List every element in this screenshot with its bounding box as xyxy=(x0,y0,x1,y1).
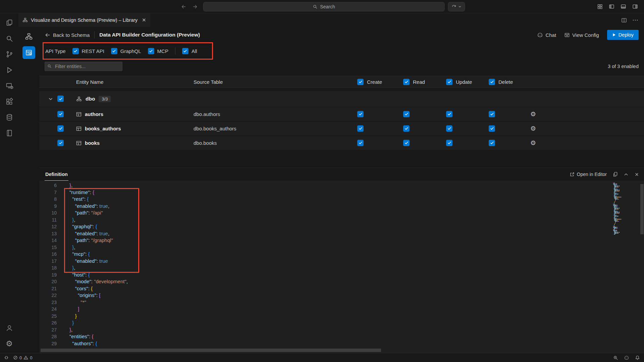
line-number: 28 xyxy=(39,333,57,340)
op-checkbox-read[interactable] xyxy=(403,140,410,146)
book-icon[interactable] xyxy=(0,125,18,141)
api-type-option[interactable]: GraphQL xyxy=(111,48,141,54)
api-type-checkbox[interactable] xyxy=(148,48,154,54)
op-checkbox-delete[interactable] xyxy=(489,111,495,117)
api-type-checkbox[interactable] xyxy=(72,48,79,54)
copy-icon[interactable] xyxy=(612,172,618,177)
code-line: 25 } xyxy=(39,313,644,320)
warnings-count: 0 xyxy=(30,355,32,360)
row-checkbox-cell xyxy=(57,125,73,132)
line-number: 23 xyxy=(39,299,57,306)
op-header-checkbox-create[interactable] xyxy=(357,79,364,85)
schema-diagram-view-icon[interactable] xyxy=(22,30,35,43)
customize-layout-icon[interactable] xyxy=(597,4,603,9)
op-header-checkbox-read[interactable] xyxy=(403,79,410,85)
errors-icon xyxy=(13,355,18,360)
line-number: 9 xyxy=(39,203,57,210)
source-control-icon[interactable] xyxy=(0,46,18,62)
chat-button[interactable]: Chat xyxy=(537,32,556,38)
remote-indicator-icon[interactable] xyxy=(4,355,9,360)
code-line: 16 "mcp": { xyxy=(39,251,644,258)
code-text: "rest": { xyxy=(57,196,89,203)
column-header-create: Create xyxy=(357,79,403,85)
op-checkbox-delete[interactable] xyxy=(489,125,495,132)
zoom-icon[interactable] xyxy=(613,355,618,360)
close-panel-icon[interactable] xyxy=(634,172,639,177)
account-icon[interactable] xyxy=(0,320,18,336)
sync-icon xyxy=(451,4,457,9)
back-to-schema-button[interactable]: Back to Schema xyxy=(45,32,90,38)
notifications-bell-icon[interactable] xyxy=(635,355,640,360)
code-editor[interactable]: 6},7"runtime": {8 "rest": {9 "enabled": … xyxy=(39,181,644,353)
open-in-editor-button[interactable]: Open in Editor xyxy=(570,172,607,177)
op-checkbox-create[interactable] xyxy=(357,111,364,117)
op-checkbox-update[interactable] xyxy=(446,125,452,132)
op-checkbox-update[interactable] xyxy=(446,140,452,146)
vertical-scrollbar[interactable] xyxy=(640,184,644,234)
api-type-option[interactable]: All xyxy=(182,48,197,54)
editor-tab[interactable]: Visualize and Design Schema (Preview) – … xyxy=(18,13,150,27)
data-api-builder-view-icon[interactable] xyxy=(22,46,35,59)
entity-rows: authorsdbo.authors⚙books_authorsdbo.book… xyxy=(39,107,644,150)
row-select-checkbox[interactable] xyxy=(57,140,64,146)
filter-entities-input[interactable] xyxy=(45,62,122,71)
api-type-checkbox[interactable] xyxy=(111,48,117,54)
api-type-option-label: All xyxy=(192,48,197,54)
remote-explorer-icon[interactable] xyxy=(0,78,18,94)
minimap[interactable] xyxy=(613,183,639,235)
code-line: 20 "mode": "development", xyxy=(39,278,644,285)
filter-search-icon xyxy=(47,64,52,68)
group-select-checkbox[interactable] xyxy=(57,96,64,102)
op-checkbox-read[interactable] xyxy=(403,125,410,132)
op-checkbox-create[interactable] xyxy=(357,125,364,132)
run-debug-icon[interactable] xyxy=(0,62,18,78)
collapse-panel-icon[interactable] xyxy=(624,172,629,177)
editor-tab-bar: Visualize and Design Schema (Preview) – … xyxy=(18,13,644,27)
search-sidebar-icon[interactable] xyxy=(0,31,18,46)
code-text: } xyxy=(57,313,77,320)
toggle-sidebar-left-icon[interactable] xyxy=(609,4,614,9)
more-actions-icon[interactable]: ⋯ xyxy=(632,16,639,24)
deploy-button[interactable]: Deploy xyxy=(607,30,639,40)
problems-indicator[interactable]: 0 0 xyxy=(13,355,32,360)
line-number: 13 xyxy=(39,230,57,237)
row-select-checkbox[interactable] xyxy=(57,125,64,132)
settings-gear-icon[interactable]: ⚙ xyxy=(0,336,18,352)
api-type-option[interactable]: MCP xyxy=(148,48,168,54)
database-icon[interactable] xyxy=(0,109,18,125)
code-line: 8 "rest": { xyxy=(39,196,644,203)
row-select-checkbox[interactable] xyxy=(57,111,64,117)
op-checkbox-delete[interactable] xyxy=(489,140,495,146)
toggle-sidebar-right-icon[interactable] xyxy=(632,4,638,9)
split-editor-icon[interactable] xyxy=(621,17,627,23)
sessions-dropdown-button[interactable] xyxy=(448,2,465,11)
toggle-panel-icon[interactable] xyxy=(621,4,626,9)
op-header-checkbox-update[interactable] xyxy=(446,79,452,85)
op-header-checkbox-delete[interactable] xyxy=(489,79,495,85)
table-icon xyxy=(76,112,82,117)
line-number: 8 xyxy=(39,196,57,203)
filter-row: 3 of 3 enabled xyxy=(39,59,644,74)
tab-close-icon[interactable]: ✕ xyxy=(142,17,146,23)
search-input[interactable]: Search xyxy=(203,2,445,11)
op-checkbox-read[interactable] xyxy=(403,111,410,117)
horizontal-scrollbar[interactable] xyxy=(41,349,381,352)
api-type-option[interactable]: REST API xyxy=(72,48,104,54)
settings-gear-icon[interactable]: ⚙ xyxy=(530,139,536,146)
line-number: 14 xyxy=(39,237,57,244)
extensions-icon[interactable] xyxy=(0,94,18,109)
op-checkbox-update[interactable] xyxy=(446,111,452,117)
definition-actions: Open in Editor xyxy=(570,168,640,181)
settings-gear-icon[interactable]: ⚙ xyxy=(530,111,536,118)
explorer-icon[interactable] xyxy=(0,15,18,31)
copilot-status-icon[interactable] xyxy=(624,355,629,360)
api-type-checkbox[interactable] xyxy=(182,48,189,54)
definition-tab[interactable]: Definition xyxy=(45,168,68,181)
op-checkbox-create[interactable] xyxy=(357,140,364,146)
group-expand-chevron-icon[interactable] xyxy=(45,96,57,102)
config-actions: Chat View Config xyxy=(537,30,639,40)
forward-arrow-icon[interactable] xyxy=(191,2,200,11)
back-arrow-icon[interactable] xyxy=(179,2,188,11)
settings-gear-icon[interactable]: ⚙ xyxy=(530,125,536,132)
view-config-button[interactable]: View Config xyxy=(564,32,599,38)
